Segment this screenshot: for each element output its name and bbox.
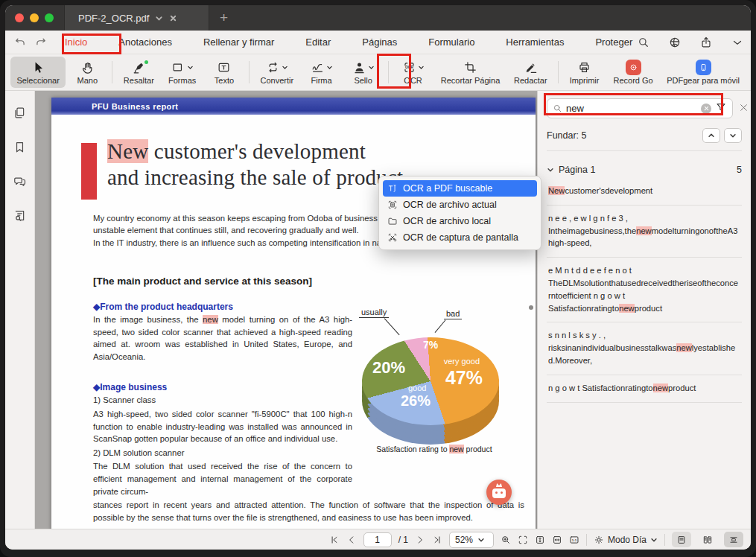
traffic-lights xyxy=(5,13,64,22)
menu-item-ocr-captura[interactable]: OCR de captura de pantalla xyxy=(383,229,537,246)
actual-size-icon[interactable]: 1:1 xyxy=(569,535,579,545)
comments-icon[interactable] xyxy=(13,174,27,188)
tab-proteger[interactable]: Proteger xyxy=(591,34,637,51)
bookmark-icon[interactable] xyxy=(13,140,27,154)
menu-item-ocr-archivo-actual[interactable]: OCR de archivo actual xyxy=(383,197,537,213)
share-icon[interactable] xyxy=(699,36,713,49)
zoom-in-icon[interactable] xyxy=(501,535,511,545)
previous-page-icon[interactable] xyxy=(346,535,357,545)
globe-icon[interactable] xyxy=(668,36,682,49)
search-icon xyxy=(553,104,562,113)
resaltar-button[interactable]: Resaltar xyxy=(117,57,160,88)
tab-chevron-down-icon[interactable] xyxy=(155,14,163,22)
previous-match-button[interactable] xyxy=(702,128,720,143)
tab-inicio[interactable]: Inicio xyxy=(60,34,92,51)
imprimir-button[interactable]: Imprimir xyxy=(563,57,606,88)
record-go-icon xyxy=(626,60,641,75)
search-input-box[interactable] xyxy=(547,98,733,118)
page-number-input[interactable] xyxy=(363,532,392,547)
shape-rectangle-icon xyxy=(171,60,185,74)
tab-formulario[interactable]: Formulario xyxy=(424,34,479,51)
formas-button[interactable]: Formas xyxy=(162,57,203,88)
menu-item-ocr-pdf-buscable[interactable]: OCR a PDF buscable xyxy=(383,180,537,197)
redo-icon[interactable] xyxy=(34,36,47,48)
record-go-button[interactable]: Record Go xyxy=(607,57,659,88)
left-sidebar xyxy=(5,91,35,529)
close-window-button[interactable] xyxy=(15,13,24,22)
fit-height-icon[interactable] xyxy=(535,535,545,545)
pdfgear-movil-button[interactable]: PDFgear para móvil xyxy=(661,57,746,88)
fit-screen-icon[interactable] xyxy=(518,535,528,545)
tab-herramientas[interactable]: Herramientas xyxy=(501,34,568,51)
toolbar-divider xyxy=(249,61,250,83)
search-result-item[interactable]: Newcustomer'sdevelopment xyxy=(547,178,742,206)
recortar-pagina-button[interactable]: Recortar Página xyxy=(435,57,506,88)
redactar-button[interactable]: Redactar xyxy=(507,57,553,88)
tab-paginas[interactable]: Páginas xyxy=(358,34,401,51)
texto-button[interactable]: Texto xyxy=(204,57,244,88)
seleccionar-button[interactable]: Seleccionar xyxy=(10,57,66,88)
thumbnails-icon[interactable] xyxy=(13,106,27,120)
section2-item1: 1) Scanner class xyxy=(93,394,352,407)
document-tab[interactable]: PDF-2_OCR.pdf xyxy=(64,5,209,31)
last-page-icon[interactable] xyxy=(432,535,442,545)
undo-icon[interactable] xyxy=(14,36,27,48)
robot-crown-icon xyxy=(496,483,502,487)
tab-close-icon[interactable] xyxy=(169,14,177,22)
search-result-item[interactable]: n g o w t Satisfactionratingtonewproduct xyxy=(547,375,742,403)
convertir-button[interactable]: Convertir xyxy=(254,57,300,88)
toolbar-divider xyxy=(388,61,389,83)
zoom-select[interactable]: 52% xyxy=(449,532,494,548)
minimize-window-button[interactable] xyxy=(30,13,39,22)
assistant-robot-button[interactable] xyxy=(486,480,512,505)
sello-button[interactable]: Sello xyxy=(343,57,384,88)
result-group-label: Página 1 xyxy=(559,165,595,175)
section2-text1: A3 high-speed, two sided color scanner "… xyxy=(93,408,352,445)
tab-anotaciones[interactable]: Anotaciones xyxy=(114,34,177,51)
day-mode-button[interactable]: Modo Día xyxy=(594,535,658,545)
firma-button[interactable]: Firma xyxy=(302,57,342,88)
chart-caption: Satisfaction rating to new product xyxy=(346,445,523,453)
chevron-down-icon xyxy=(187,64,194,71)
first-page-icon[interactable] xyxy=(329,535,340,545)
next-page-icon[interactable] xyxy=(415,535,425,545)
ocr-button[interactable]: OCR OCR xyxy=(393,57,433,88)
collapse-chevron-icon xyxy=(547,166,554,174)
title-red-bar xyxy=(81,143,97,200)
tab-rellenar-firmar[interactable]: Rellenar y firmar xyxy=(199,34,279,51)
fit-width-icon[interactable] xyxy=(552,535,562,545)
filter-icon[interactable] xyxy=(715,101,727,116)
statusbar-divider xyxy=(664,534,665,546)
stamp-person-icon xyxy=(352,60,366,74)
page-total-label: / 1 xyxy=(398,535,408,545)
result-group-header[interactable]: Página 1 5 xyxy=(547,165,742,175)
zoom-window-button[interactable] xyxy=(45,13,54,22)
close-search-panel-icon[interactable] xyxy=(739,102,749,115)
search-document-icon[interactable] xyxy=(13,209,27,223)
new-tab-button[interactable]: + xyxy=(209,5,238,31)
clear-search-icon[interactable] xyxy=(701,104,711,114)
search-input[interactable] xyxy=(566,103,697,114)
two-page-view-button[interactable] xyxy=(698,532,717,547)
document-scrollbar-handle[interactable] xyxy=(529,305,533,310)
collapse-ribbon-chevron-icon[interactable] xyxy=(731,36,744,49)
search-result-item[interactable]: e M n t d d e e f e n o t TheDLMsolution… xyxy=(547,258,742,322)
screenshot-scissors-icon xyxy=(387,232,398,243)
mobile-phone-icon xyxy=(696,60,711,75)
highlighter-icon xyxy=(132,60,146,74)
status-bar: / 1 52% 1:1 Modo Día xyxy=(5,529,751,550)
section1-heading: ◆From the product headquarters xyxy=(93,302,352,312)
continuous-scroll-view-button[interactable] xyxy=(724,532,743,547)
search-result-item[interactable]: n e e , e w l g n f e 3 , Intheimagebusi… xyxy=(547,206,742,258)
pie-value-bad: 7% xyxy=(423,339,438,351)
search-result-item[interactable]: s n n l s k s y . , risksinanindividualb… xyxy=(547,322,742,375)
single-page-view-button[interactable] xyxy=(672,532,691,547)
menu-item-ocr-archivo-local[interactable]: OCR de archivo local xyxy=(383,213,537,229)
search-icon[interactable] xyxy=(637,36,650,49)
tab-editar[interactable]: Editar xyxy=(301,34,335,51)
window-frame: PDF-2_OCR.pdf + Inicio Anotaciones Relle… xyxy=(0,0,756,557)
next-match-button[interactable] xyxy=(724,128,742,143)
document-area: PFU Business report New customer's devel… xyxy=(35,91,537,529)
printer-icon xyxy=(577,60,591,74)
mano-button[interactable]: Mano xyxy=(67,57,107,88)
